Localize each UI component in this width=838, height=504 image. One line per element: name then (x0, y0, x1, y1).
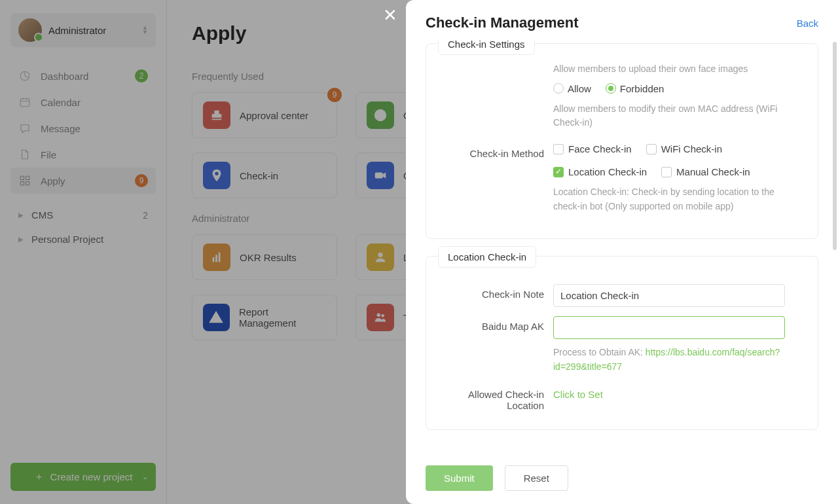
ak-hint-prefix: Process to Obtain AK: (553, 347, 646, 357)
reset-button[interactable]: Reset (505, 465, 568, 491)
close-icon[interactable]: ✕ (383, 5, 397, 26)
check-label: WiFi Check-in (661, 143, 722, 154)
scroll-thumb[interactable] (833, 42, 837, 250)
panel-location-checkin: Location Check-in Check-in Note Baidu Ma… (426, 256, 818, 429)
click-to-set[interactable]: Click to Set (553, 389, 603, 400)
location-hint: Location Check-in: Check-in by sending l… (553, 185, 802, 213)
drawer-header: Check-in Management Back (406, 0, 838, 41)
radio-forbidden[interactable]: Forbidden (606, 83, 665, 94)
drawer: ✕ Check-in Management Back Check-in Sett… (406, 0, 838, 504)
panel-title: Check-in Settings (438, 41, 535, 55)
check-manual[interactable]: Manual Check-in (661, 166, 750, 177)
allowed-label: Allowed Check-in Location (442, 389, 553, 411)
radio-label: Allow (568, 83, 591, 94)
check-label: Face Check-in (568, 143, 632, 154)
check-location[interactable]: Location Check-in (553, 166, 647, 177)
check-label: Location Check-in (568, 166, 647, 177)
note-label: Check-in Note (442, 284, 553, 307)
ak-label: Baidu Map AK (442, 316, 553, 374)
scrollbar[interactable] (831, 42, 837, 454)
panel-checkin-settings: Check-in Settings Allow members to uploa… (426, 43, 818, 239)
drawer-title: Check-in Management (426, 14, 579, 31)
panel-title: Location Check-in (438, 246, 536, 268)
back-link[interactable]: Back (797, 18, 818, 29)
mac-hint: Allow members to modify their own MAC ad… (553, 102, 802, 130)
baidu-ak-input[interactable] (553, 316, 785, 339)
submit-button[interactable]: Submit (426, 465, 493, 491)
checkin-note-input[interactable] (553, 284, 785, 307)
drawer-body[interactable]: Check-in Settings Allow members to uploa… (406, 41, 838, 455)
face-upload-hint: Allow members to upload their own face i… (553, 62, 802, 77)
radio-label: Forbidden (620, 83, 665, 94)
check-face[interactable]: Face Check-in (553, 143, 632, 154)
radio-allow[interactable]: Allow (553, 83, 591, 94)
check-label: Manual Check-in (676, 166, 750, 177)
method-label: Check-in Method (442, 143, 553, 213)
check-wifi[interactable]: WiFi Check-in (646, 143, 722, 154)
drawer-footer: Submit Reset (406, 455, 838, 504)
